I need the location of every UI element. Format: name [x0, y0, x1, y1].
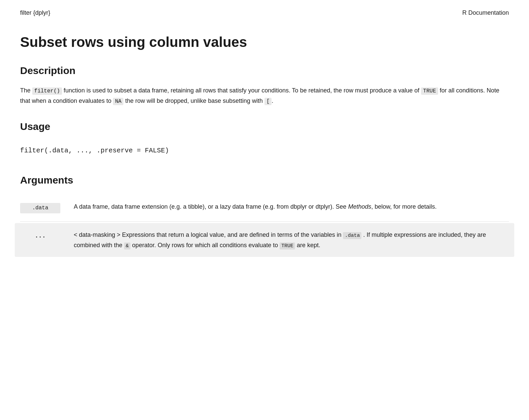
- page-header-title: filter {dplyr}: [20, 8, 50, 18]
- methods-italic: Methods: [348, 203, 371, 210]
- argument-row-dots: ... < data-masking > Expressions that re…: [15, 223, 514, 257]
- arg-name-dots: ...: [20, 231, 60, 241]
- description-heading: Description: [20, 63, 509, 79]
- usage-section: Usage filter(.data, ..., .preserve = FAL…: [20, 119, 509, 160]
- arg-name-data: .data: [20, 203, 60, 214]
- true-code-args: TRUE: [280, 242, 295, 250]
- main-content: Subset rows using column values Descript…: [0, 23, 529, 289]
- argument-row-data: .data A data frame, data frame extension…: [20, 195, 509, 220]
- ampersand-code: &: [124, 242, 130, 250]
- page-header-right: R Documentation: [462, 8, 509, 18]
- page-title: Subset rows using column values: [20, 34, 509, 51]
- filter-code-inline: filter(): [32, 87, 62, 95]
- usage-heading: Usage: [20, 119, 509, 135]
- arguments-heading: Arguments: [20, 172, 509, 188]
- bracket-code-inline: [: [264, 98, 272, 105]
- arg-description-data: A data frame, data frame extension (e.g.…: [74, 202, 509, 212]
- usage-code-block: filter(.data, ..., .preserve = FALSE): [20, 141, 509, 160]
- arg-description-dots: < data-masking > Expressions that return…: [74, 230, 509, 250]
- separator: [20, 221, 509, 222]
- true-code-inline: TRUE: [421, 87, 438, 95]
- dot-data-code: .data: [343, 232, 361, 239]
- description-section: Description The filter() function is use…: [20, 63, 509, 106]
- page-header: filter {dplyr} R Documentation: [0, 0, 529, 23]
- description-text: The filter() function is used to subset …: [20, 85, 509, 106]
- na-code-inline: NA: [113, 98, 123, 105]
- arguments-section: Arguments .data A data frame, data frame…: [20, 172, 509, 257]
